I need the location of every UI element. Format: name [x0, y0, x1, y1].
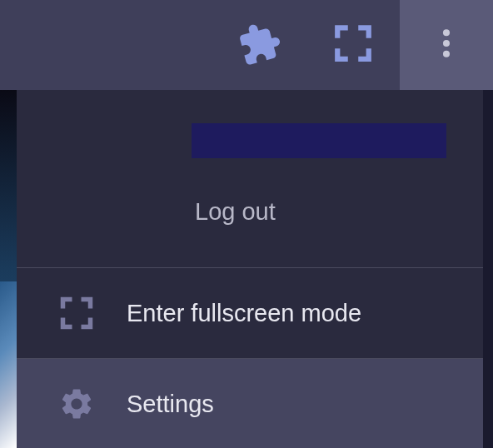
- dropdown-menu: Log out Enter fullscreen mode Settings: [17, 90, 483, 448]
- redacted-account-info: [192, 123, 446, 158]
- fullscreen-icon: [332, 22, 374, 67]
- puzzle-piece-icon: [238, 22, 281, 68]
- account-section: Log out: [17, 90, 483, 267]
- menu-item-fullscreen[interactable]: Enter fullscreen mode: [17, 268, 483, 358]
- kebab-menu-icon: [428, 25, 465, 65]
- page-backdrop-image: [0, 281, 17, 448]
- svg-point-0: [443, 29, 450, 36]
- menu-item-label: Settings: [127, 391, 214, 418]
- fullscreen-button[interactable]: [306, 0, 400, 90]
- toolbar: [0, 0, 493, 90]
- menu-button[interactable]: [400, 0, 493, 90]
- svg-point-2: [443, 51, 450, 57]
- extensions-button[interactable]: [213, 0, 306, 90]
- menu-item-settings[interactable]: Settings: [17, 359, 483, 448]
- fullscreen-icon: [58, 295, 95, 331]
- logout-link[interactable]: Log out: [195, 198, 458, 226]
- svg-point-1: [443, 40, 450, 47]
- gear-icon: [58, 386, 95, 422]
- menu-item-label: Enter fullscreen mode: [127, 300, 361, 327]
